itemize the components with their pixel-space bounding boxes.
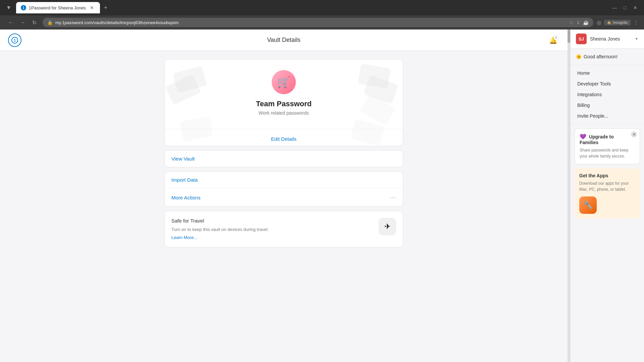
plane-icon: ✈ xyxy=(384,222,390,231)
greeting-message: Good afternoon! xyxy=(584,54,618,59)
notification-btn[interactable]: 🔔 0 xyxy=(547,34,559,46)
incognito-label: Incognito xyxy=(613,20,628,24)
user-area[interactable]: SJ Sheena Jones ▼ xyxy=(571,29,644,49)
new-tab-btn[interactable]: + xyxy=(101,3,110,13)
addr-right-icons: ◎ 🕵 Incognito ⋮ xyxy=(597,19,639,26)
incognito-badge: 🕵 Incognito xyxy=(604,20,631,25)
main-layout: 1 Vault Details 🔔 0 xyxy=(0,29,644,362)
url-action-icons: ☆ ⇓ ☕ xyxy=(569,20,589,25)
more-actions-label: More Actions xyxy=(171,195,201,200)
download-icon[interactable]: ⇓ xyxy=(576,20,580,25)
import-data-label: Import Data xyxy=(171,177,198,183)
upgrade-card: ✕ 💜 Upgrade to Families Share passwords … xyxy=(575,128,640,164)
browser-controls: ▼ xyxy=(4,3,13,12)
menu-icon[interactable]: ⋮ xyxy=(633,19,639,26)
svg-text:1: 1 xyxy=(14,38,16,42)
user-name: Sheena Jones xyxy=(590,36,620,42)
sidebar-item-developer-tools[interactable]: Developer Tools xyxy=(571,78,644,89)
back-btn[interactable]: ← xyxy=(5,18,16,27)
tab-close-btn[interactable]: ✕ xyxy=(89,4,95,11)
actions-card: Import Data More Actions ⋯ xyxy=(164,171,403,207)
tab-favicon: 1 xyxy=(21,5,26,10)
greeting-area: 🌞 Good afternoon! xyxy=(571,49,644,65)
apps-description: Download our apps for your Mac, PC, phon… xyxy=(579,180,635,192)
forward-btn[interactable]: → xyxy=(17,18,28,27)
more-actions-item[interactable]: More Actions ⋯ xyxy=(165,188,403,206)
vault-info-card: 🛒 Team Password Work related passwords E… xyxy=(164,59,403,146)
view-vault-item[interactable]: View Vault xyxy=(165,150,403,167)
upgrade-title: 💜 Upgrade to Families xyxy=(580,133,635,145)
upgrade-description: Share passwords and keep your whole fami… xyxy=(580,147,635,159)
page-title: Vault Details xyxy=(267,37,301,44)
reload-btn[interactable]: ↻ xyxy=(30,18,39,27)
travel-title: Safe for Travel xyxy=(171,218,373,224)
vault-name: Team Password xyxy=(256,100,312,108)
travel-toggle-btn[interactable]: ✈ xyxy=(379,218,396,235)
right-panel: SJ Sheena Jones ▼ 🌞 Good afternoon! Home… xyxy=(570,29,644,362)
vault-card-inner: 🛒 Team Password Work related passwords xyxy=(165,59,403,126)
content-area: 1 Vault Details 🔔 0 xyxy=(0,29,568,362)
upgrade-icon: 💜 xyxy=(580,134,586,139)
app-logo[interactable]: 1 xyxy=(8,34,21,47)
nav-buttons: ← → ↻ xyxy=(5,18,39,27)
sidebar-nav: Home Developer Tools Integrations Billin… xyxy=(571,65,644,124)
user-chevron-icon: ▼ xyxy=(635,37,639,41)
window-controls: ― □ ✕ xyxy=(610,4,640,12)
app-icon: 🔧 xyxy=(584,201,593,209)
notification-count: 0 xyxy=(553,35,559,40)
lock-icon: 🔒 xyxy=(47,20,53,25)
more-actions-icon: ⋯ xyxy=(390,194,396,201)
sun-icon: 🌞 xyxy=(576,54,582,59)
maximize-btn[interactable]: □ xyxy=(621,4,629,12)
sidebar-item-integrations[interactable]: Integrations xyxy=(571,89,644,100)
upgrade-close-btn[interactable]: ✕ xyxy=(631,131,637,137)
scroll-indicator[interactable] xyxy=(568,29,570,362)
url-text: my.1password.com/vaults/details/lmcpooj6… xyxy=(55,20,567,25)
minimize-btn[interactable]: ― xyxy=(610,4,620,12)
vault-description: Work related passwords xyxy=(259,110,309,116)
vault-icon: 🛒 xyxy=(272,70,296,94)
tab-title: 1Password for Sheena Jones xyxy=(29,5,86,10)
address-bar: ← → ↻ 🔒 my.1password.com/vaults/details/… xyxy=(0,15,644,29)
tab-dropdown-btn[interactable]: ▼ xyxy=(4,3,13,12)
view-vault-card: View Vault xyxy=(164,150,403,167)
browser-chrome: ▼ 1 1Password for Sheena Jones ✕ + ― □ ✕ xyxy=(0,0,644,15)
scroll-thumb[interactable] xyxy=(568,29,570,43)
travel-toggle-area: ✈ xyxy=(379,218,396,235)
basket-icon: 🛒 xyxy=(277,76,290,88)
import-data-item[interactable]: Import Data xyxy=(165,172,403,188)
app-header: 1 Vault Details 🔔 0 xyxy=(0,29,568,51)
active-tab[interactable]: 1 1Password for Sheena Jones ✕ xyxy=(16,2,100,13)
close-btn[interactable]: ✕ xyxy=(631,4,640,12)
sidebar-item-invite-people[interactable]: Invite People... xyxy=(571,111,644,121)
travel-description: Turn on to keep this vault on devices du… xyxy=(171,226,373,233)
url-bar[interactable]: 🔒 my.1password.com/vaults/details/lmcpoo… xyxy=(43,18,593,27)
view-vault-label: View Vault xyxy=(171,156,195,162)
header-right: 🔔 0 xyxy=(547,34,559,46)
extensions-icon[interactable]: ◎ xyxy=(597,19,601,26)
vault-content: 🛒 Team Password Work related passwords E… xyxy=(156,51,411,255)
apps-card: Get the Apps Download our apps for your … xyxy=(575,168,640,219)
apps-title: Get the Apps xyxy=(579,173,635,178)
travel-card: Safe for Travel Turn on to keep this vau… xyxy=(164,211,403,247)
greeting-text: 🌞 Good afternoon! xyxy=(576,54,639,59)
bookmark-icon[interactable]: ☆ xyxy=(569,20,574,25)
sidebar-item-billing[interactable]: Billing xyxy=(571,100,644,111)
travel-info: Safe for Travel Turn on to keep this vau… xyxy=(171,218,373,240)
extension-icon[interactable]: ☕ xyxy=(583,20,589,25)
travel-learn-more-link[interactable]: Learn More... xyxy=(171,235,197,240)
sidebar-item-home[interactable]: Home xyxy=(571,68,644,78)
app-store-icon[interactable]: 🔧 xyxy=(579,196,597,214)
tab-bar: 1 1Password for Sheena Jones ✕ + xyxy=(16,2,607,13)
user-avatar: SJ xyxy=(576,34,587,44)
incognito-icon: 🕵 xyxy=(607,20,611,25)
